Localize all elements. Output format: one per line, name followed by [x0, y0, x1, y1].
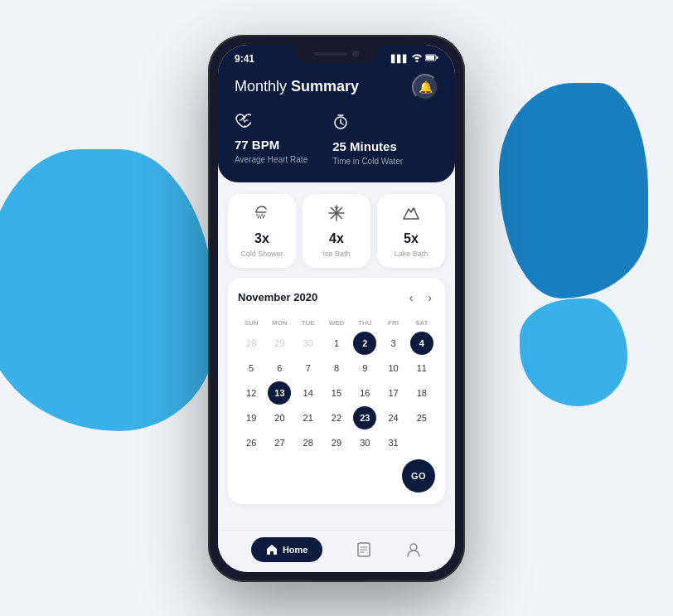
cal-header-sun: SUN [238, 316, 264, 330]
page-title: Monthly Summary [235, 78, 359, 95]
cal-day-8[interactable]: 8 [325, 357, 348, 380]
cal-day-30-prev[interactable]: 30 [297, 332, 320, 355]
cold-shower-count: 3x [254, 231, 269, 246]
phone-frame: 9:41 ▋▋▋ [208, 35, 465, 582]
status-icons: ▋▋▋ [391, 54, 438, 64]
cal-header-sat: SAT [409, 316, 435, 330]
next-month-button[interactable]: › [424, 289, 435, 306]
calendar-navigation: ‹ › [406, 289, 435, 306]
cal-day-26[interactable]: 26 [240, 431, 263, 454]
lake-bath-label: Lake Bath [395, 250, 428, 258]
calendar-header: November 2020 ‹ › [238, 289, 435, 306]
wifi-icon [412, 54, 422, 64]
cal-day-24[interactable]: 24 [382, 406, 405, 429]
cold-shower-label: Cold Shower [240, 250, 283, 258]
cal-header-tue: TUE [295, 316, 322, 330]
notes-icon [356, 541, 372, 558]
cal-day-6[interactable]: 6 [268, 357, 291, 380]
cold-water-stat: 25 Minutes Time in Cold Water [332, 114, 403, 166]
battery-icon [425, 54, 438, 63]
cal-day-15[interactable]: 15 [325, 381, 348, 405]
cal-header-wed: WED [323, 316, 350, 330]
snowflake-icon [327, 204, 346, 226]
cal-header-thu: THU [351, 316, 378, 330]
home-button[interactable]: Home [251, 537, 323, 562]
prev-month-button[interactable]: ‹ [406, 289, 417, 306]
cal-day-9[interactable]: 9 [353, 357, 376, 380]
cal-day-18[interactable]: 18 [410, 381, 433, 405]
phone-notch [295, 45, 378, 63]
cal-day-empty [410, 431, 433, 454]
cold-shower-card: 3x Cold Shower [228, 194, 296, 268]
cal-day-11[interactable]: 11 [410, 357, 433, 380]
calendar-grid: SUN MON TUE WED THU FRI SAT 28 29 30 1 2… [238, 316, 435, 454]
ice-bath-label: Ice Bath [322, 250, 350, 258]
cal-day-1[interactable]: 1 [325, 332, 348, 355]
cal-day-22[interactable]: 22 [325, 406, 348, 429]
timer-icon [332, 114, 403, 134]
mountain-icon [402, 204, 420, 226]
notch-speaker [314, 52, 347, 56]
svg-rect-1 [426, 56, 434, 60]
svg-rect-2 [437, 56, 438, 59]
cal-day-30[interactable]: 30 [353, 431, 376, 454]
cal-day-19[interactable]: 19 [240, 406, 263, 429]
activity-cards: 3x Cold Shower 4x [228, 194, 445, 268]
cal-day-10[interactable]: 10 [382, 357, 405, 380]
cal-day-28[interactable]: 28 [297, 431, 320, 454]
cal-day-3[interactable]: 3 [382, 332, 405, 355]
cal-header-fri: FRI [380, 316, 406, 330]
bg-blob-right [499, 83, 648, 298]
bg-blob-left [0, 149, 215, 431]
cal-day-29-prev[interactable]: 29 [268, 332, 291, 355]
signal-icon: ▋▋▋ [391, 55, 409, 63]
status-time: 9:41 [235, 53, 254, 65]
cold-water-value: 25 Minutes [332, 139, 403, 153]
cal-day-23[interactable]: 23 [353, 406, 376, 429]
bottom-nav: Home [218, 530, 455, 572]
notes-nav-item[interactable] [356, 541, 372, 558]
header-section: Monthly Summary 🔔 77 BPM Average Heart R… [218, 69, 455, 182]
notification-button[interactable]: 🔔 [412, 74, 438, 100]
cal-day-14[interactable]: 14 [297, 381, 320, 405]
profile-nav-item[interactable] [405, 541, 422, 558]
cal-day-20[interactable]: 20 [268, 406, 291, 429]
cold-water-label: Time in Cold Water [332, 157, 403, 166]
notch-camera [352, 51, 359, 57]
go-button-row: GO [238, 459, 435, 492]
cal-day-27[interactable]: 27 [268, 431, 291, 454]
cal-day-21[interactable]: 21 [297, 406, 320, 429]
scroll-content: 3x Cold Shower 4x [218, 182, 455, 530]
cal-day-2[interactable]: 2 [353, 332, 376, 355]
cal-day-16[interactable]: 16 [353, 381, 376, 405]
cal-day-25[interactable]: 25 [410, 406, 433, 429]
heart-rate-stat: 77 BPM Average Heart Rate [235, 114, 307, 166]
cal-day-5[interactable]: 5 [240, 357, 263, 380]
lake-bath-count: 5x [404, 231, 419, 246]
shower-icon [253, 204, 271, 226]
ice-bath-card: 4x Ice Bath [303, 194, 370, 268]
calendar-month: November 2020 [238, 291, 317, 303]
stats-row: 77 BPM Average Heart Rate 25 Minutes Tim… [235, 114, 438, 166]
cal-day-13[interactable]: 13 [268, 381, 291, 405]
cal-header-mon: MON [266, 316, 293, 330]
cal-day-29[interactable]: 29 [325, 431, 348, 454]
calendar-card: November 2020 ‹ › SUN MON TUE WED THU FR… [228, 278, 445, 504]
home-label: Home [283, 545, 308, 555]
cal-day-12[interactable]: 12 [240, 381, 263, 405]
phone-screen: 9:41 ▋▋▋ [218, 45, 455, 572]
ice-bath-count: 4x [329, 231, 344, 246]
cal-day-4[interactable]: 4 [410, 332, 433, 355]
cal-day-31[interactable]: 31 [382, 431, 405, 454]
heart-rate-label: Average Heart Rate [235, 155, 307, 164]
profile-icon [405, 541, 422, 558]
svg-point-22 [410, 544, 417, 551]
lake-bath-card: 5x Lake Bath [377, 194, 445, 268]
header-top: Monthly Summary 🔔 [235, 74, 438, 100]
heart-rate-value: 77 BPM [235, 138, 307, 152]
cal-day-17[interactable]: 17 [382, 381, 405, 405]
go-button[interactable]: GO [402, 459, 435, 492]
heart-icon [235, 114, 307, 133]
cal-day-7[interactable]: 7 [297, 357, 320, 380]
cal-day-28-prev[interactable]: 28 [240, 332, 263, 355]
